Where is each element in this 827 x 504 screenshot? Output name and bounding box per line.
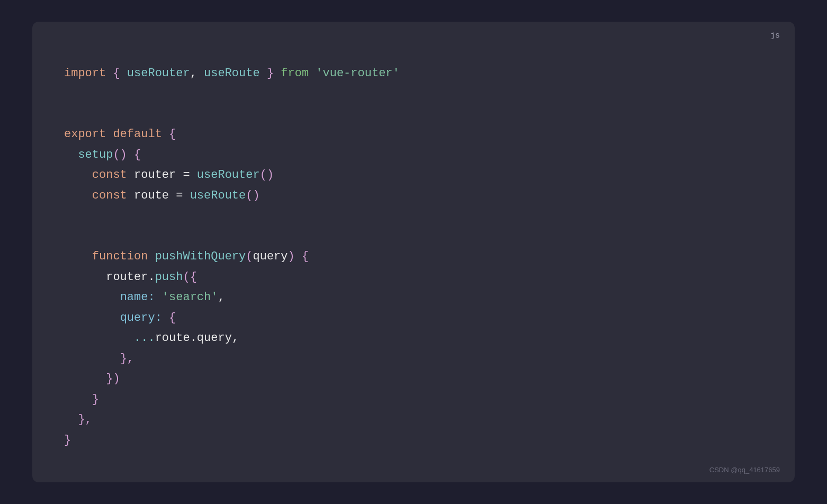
- code-window: js import { useRouter, useRoute } from '…: [32, 22, 795, 482]
- watermark: CSDN @qq_41617659: [709, 466, 780, 474]
- code-block: import { useRouter, useRoute } from 'vue…: [64, 43, 763, 471]
- lang-badge: js: [770, 31, 780, 40]
